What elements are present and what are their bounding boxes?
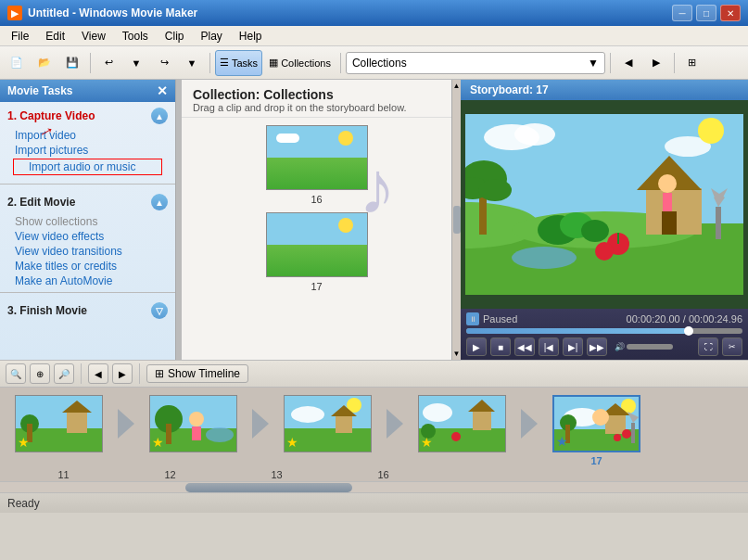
menu-view[interactable]: View [74,28,113,45]
storyboard-clip-17[interactable]: ★ 17 [543,395,650,466]
show-timeline-button[interactable]: ⊞ Show Timeline [146,364,248,383]
collection-scrollbar[interactable]: ▲ ▼ [451,80,461,360]
svg-point-19 [595,242,614,261]
sidebar-header: Movie Tasks ✕ [0,80,175,102]
clip-item-17[interactable]: 17 [189,212,444,292]
storyboard-scrollbar[interactable] [0,481,748,492]
menu-help[interactable]: Help [232,28,270,45]
storyboard-zoom-in[interactable]: 🔎 [54,363,74,384]
import-video-link[interactable]: Import video [0,128,175,143]
arrow-shape-3 [387,409,403,439]
frame-back-button[interactable]: |◀ [539,337,559,356]
open-button[interactable]: 📂 [32,50,57,76]
storyboard-clip-16[interactable]: ★ [409,395,515,452]
arrow-shape [118,409,134,439]
clip-numbers-row: 11 12 13 16 [0,466,748,481]
view-transitions-link[interactable]: View video transitions [0,244,175,259]
make-titles-link[interactable]: Make titles or credits [0,259,175,274]
section-finish-toggle[interactable]: ▽ [151,302,168,319]
menu-play[interactable]: Play [194,28,230,45]
clip-arrow-16-17 [515,395,543,452]
show-collections-link[interactable]: Show collections [0,214,175,229]
storyboard-clip-13[interactable]: ★ [274,395,381,452]
section-edit-header: 2. Edit Movie ▲ [0,188,175,214]
new-icon: 📄 [10,57,23,69]
svg-point-14 [478,179,512,201]
storyboard-toolbar: 🔍 ⊕ 🔎 ◀ ▶ ⊞ Show Timeline [0,360,748,388]
svg-point-2 [514,123,555,146]
automovie-link[interactable]: Make an AutoMovie [0,274,175,288]
svg-rect-23 [716,207,721,239]
rewind-button[interactable]: ◀◀ [514,337,535,356]
view-effects-link[interactable]: View video effects [0,229,175,244]
undo-dropdown[interactable]: ▼ [123,50,149,76]
tasks-button[interactable]: ☰ Tasks [215,50,262,76]
forward-button[interactable]: ▶ [643,50,669,76]
storyboard-clip-12[interactable]: ★ [140,395,247,452]
clip-item-16[interactable]: 16 [189,125,444,205]
paused-icon: ⏸ [466,312,479,325]
storyboard-prev[interactable]: ◀ [88,363,108,384]
sidebar-close-button[interactable]: ✕ [157,83,168,98]
menu-clip[interactable]: Clip [158,28,192,45]
clip-arrow-13-16 [381,395,409,452]
seek-thumb[interactable] [684,326,693,336]
clip-arrow-11-12 [112,395,140,452]
collections-dropdown[interactable]: Collections ▼ [346,52,605,74]
svg-point-43 [291,406,324,423]
undo-button[interactable]: ↩ [95,50,121,76]
redo-icon: ↪ [160,57,169,69]
storyboard-find[interactable]: ⊕ [30,363,50,384]
new-button[interactable]: 📄 [4,50,30,76]
grid-button[interactable]: ⊞ [679,50,705,76]
frame-forward-button[interactable]: ▶| [563,337,583,356]
menu-edit[interactable]: Edit [38,28,72,45]
redo-dropdown[interactable]: ▼ [179,50,205,76]
sb-sep-1 [81,363,82,384]
section-edit-toggle[interactable]: ▲ [151,194,168,210]
volume-slider[interactable] [627,344,673,350]
storyboard-zoom-out[interactable]: 🔍 [6,363,26,384]
fullscreen-button[interactable]: ⛶ [698,337,718,356]
svg-point-4 [698,118,724,144]
clip-star-12: ★ [152,435,164,450]
storyboard-scroll-thumb[interactable] [185,483,352,492]
close-button[interactable]: ✕ [720,5,741,21]
open-icon: 📂 [38,57,51,69]
svg-rect-36 [166,424,171,444]
redo-button[interactable]: ↪ [151,50,177,76]
section-finish-label: 3. Finish Movie [7,304,87,317]
import-pictures-link[interactable]: Import pictures [0,143,175,158]
svg-rect-50 [473,410,491,430]
fastforward-button[interactable]: ▶▶ [587,337,607,356]
svg-point-63 [622,429,631,439]
back-button[interactable]: ◀ [615,50,641,76]
seek-bar[interactable] [466,328,742,334]
save-button[interactable]: 💾 [59,50,85,76]
seek-fill [466,328,687,334]
clip-num-11: 11 [57,469,69,480]
import-audio-link[interactable]: Import audio or music [13,159,162,175]
stop-button[interactable]: ■ [490,337,511,356]
collections-button[interactable]: ▦ Collections [264,50,336,76]
clip-num-13: 13 [271,469,282,480]
menu-tools[interactable]: Tools [115,28,156,45]
tasks-label: Tasks [232,57,258,69]
arrow-shape-2 [252,409,269,439]
clip-thumbnail-16 [266,125,368,190]
menu-file[interactable]: File [4,28,36,45]
split-button[interactable]: ✂ [722,337,742,356]
menu-bar: File Edit View Tools Clip Play Help [0,26,748,46]
play-button[interactable]: ▶ [466,337,487,356]
storyboard-play[interactable]: ▶ [112,363,133,384]
section-capture-toggle[interactable]: ▲ [151,108,168,124]
minimize-button[interactable]: ─ [672,5,692,21]
maximize-button[interactable]: □ [696,5,716,21]
collection-subtitle: Drag a clip and drop it on the storyboar… [193,102,440,113]
storyboard-clip-11[interactable]: ★ [6,395,112,452]
collections-dropdown-value: Collections [352,57,407,70]
svg-point-26 [512,247,577,269]
separator-3 [340,53,341,73]
clip-thumb-13: ★ [284,395,372,452]
collection-content[interactable]: ♪ 16 17 [182,118,451,360]
